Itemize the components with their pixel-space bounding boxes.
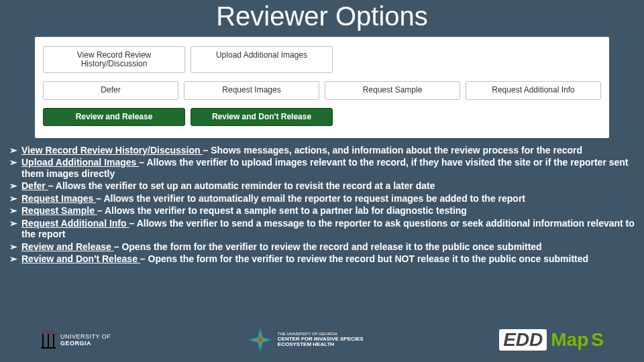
review-dont-release-button[interactable]: Review and Don't Release: [191, 108, 333, 126]
bullet-term: View Record Review History/Discussion: [21, 145, 203, 156]
edd-text: EDD: [499, 329, 547, 351]
uga-line1: UNIVERSITY OF: [60, 333, 111, 340]
bullet-term: Request Images: [21, 193, 96, 204]
bullet-desc: – Opens the form for the verifier to rev…: [114, 241, 542, 252]
bullet-arrow-icon: ➢: [9, 218, 21, 240]
button-row-3: Review and Release Review and Don't Rele…: [43, 108, 601, 126]
logo-strip: UNIVERSITY OF GEORGIA THE UNIVERSITY OF …: [0, 322, 644, 358]
bullet-text: Request Additional Info – Allows the ver…: [21, 218, 635, 240]
view-history-button[interactable]: View Record Review History/Discussion: [43, 46, 185, 73]
bullet-arrow-icon: ➢: [9, 145, 21, 156]
cise-logo: THE UNIVERSITY OF GEORGIA CENTER FOR INV…: [247, 326, 364, 353]
bullet-item: ➢Request Sample – Allows the verifier to…: [9, 205, 635, 217]
svg-rect-2: [48, 334, 49, 347]
bullet-desc: – Opens the form for the verifier to rev…: [140, 253, 588, 264]
button-row-1: View Record Review History/Discussion Up…: [43, 46, 601, 73]
svg-point-7: [258, 338, 262, 342]
bullet-term: Review and Don't Release: [21, 253, 140, 264]
cise-star-icon: [247, 326, 274, 353]
bullet-item: ➢Upload Additional Images – Allows the v…: [9, 157, 635, 179]
uga-line2: GEORGIA: [60, 340, 111, 347]
bullet-term: Review and Release: [21, 241, 114, 252]
bullet-text: Defer – Allows the verifier to set up an…: [21, 180, 635, 192]
bullet-text: Upload Additional Images – Allows the ve…: [21, 157, 635, 179]
bullet-text: Review and Don't Release – Opens the for…: [21, 253, 635, 265]
request-images-button[interactable]: Request Images: [184, 81, 319, 99]
bullet-text: View Record Review History/Discussion – …: [21, 145, 635, 156]
bullet-arrow-icon: ➢: [9, 180, 21, 192]
bullet-desc: – Allows the verifier to automatically e…: [96, 193, 525, 204]
bullet-desc: – Allows the verifier to request a sampl…: [97, 205, 467, 216]
bullet-item: ➢Review and Don't Release – Opens the fo…: [9, 253, 635, 265]
bullet-item: ➢Request Additional Info – Allows the ve…: [9, 218, 635, 240]
bullet-text: Review and Release – Opens the form for …: [21, 241, 635, 253]
request-additional-info-button[interactable]: Request Additional Info: [466, 81, 601, 99]
uga-arch-icon: [40, 330, 56, 350]
svg-rect-1: [42, 334, 44, 347]
bullet-arrow-icon: ➢: [9, 157, 21, 179]
review-release-button[interactable]: Review and Release: [43, 108, 185, 126]
eddmaps-logo: EDD Map S: [499, 329, 604, 351]
bullet-text: Request Sample – Allows the verifier to …: [21, 205, 635, 217]
edd-map-text: Map: [551, 329, 588, 351]
bullet-term: Request Additional Info: [21, 218, 129, 229]
bullet-list: ➢View Record Review History/Discussion –…: [9, 145, 635, 265]
bullet-item: ➢Defer – Allows the verifier to set up a…: [9, 180, 635, 192]
buttons-panel: View Record Review History/Discussion Up…: [35, 37, 609, 138]
bullet-item: ➢Review and Release – Opens the form for…: [9, 241, 635, 253]
bullet-term: Defer: [21, 180, 48, 191]
svg-rect-0: [42, 331, 55, 333]
svg-rect-4: [41, 347, 56, 349]
bullet-arrow-icon: ➢: [9, 205, 21, 217]
bullet-text: Request Images – Allows the verifier to …: [21, 193, 635, 204]
button-row-2: Defer Request Images Request Sample Requ…: [43, 81, 601, 99]
bullet-desc: – Shows messages, actions, and informati…: [203, 145, 583, 156]
edd-s-text: S: [591, 329, 604, 351]
bullet-item: ➢View Record Review History/Discussion –…: [9, 145, 635, 156]
bullet-arrow-icon: ➢: [9, 241, 21, 253]
uga-logo: UNIVERSITY OF GEORGIA: [40, 330, 111, 350]
cise-line3: ECOSYSTEM HEALTH: [278, 342, 364, 348]
bullet-arrow-icon: ➢: [9, 253, 21, 265]
bullet-arrow-icon: ➢: [9, 193, 21, 204]
bullet-term: Request Sample: [21, 205, 97, 216]
page-title: Reviewer Options: [0, 0, 644, 37]
bullet-desc: – Allows the verifier to set up an autom…: [48, 180, 435, 191]
bullet-item: ➢Request Images – Allows the verifier to…: [9, 193, 635, 204]
defer-button[interactable]: Defer: [43, 81, 178, 99]
request-sample-button[interactable]: Request Sample: [325, 81, 460, 99]
upload-images-button[interactable]: Upload Additional Images: [191, 46, 333, 73]
svg-rect-3: [53, 334, 54, 347]
bullet-term: Upload Additional Images: [21, 157, 139, 168]
